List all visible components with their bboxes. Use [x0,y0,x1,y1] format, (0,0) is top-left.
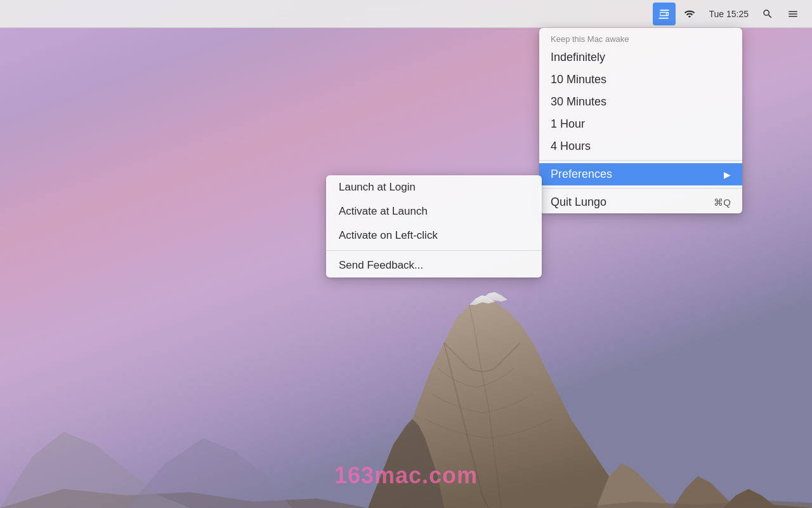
submenu-item-feedback[interactable]: Send Feedback... [326,253,542,277]
submenu-arrow-icon: ▶ [724,170,731,180]
wifi-menubar-icon[interactable] [678,3,701,25]
preferences-submenu: Launch at Login Activate at Launch Activ… [326,175,542,277]
menu-header: Keep this Mac awake [539,28,742,46]
menu-item-preferences[interactable]: Preferences ▶ [539,163,742,185]
menu-separator-1 [539,160,742,161]
lungo-menubar-icon[interactable] [653,3,676,25]
lungo-main-menu: Keep this Mac awake Indefinitely 10 Minu… [539,28,742,213]
menu-item-30-minutes[interactable]: 30 Minutes [539,91,742,113]
menu-item-quit[interactable]: Quit Lungo ⌘Q [539,191,742,213]
watermark: 163mac.com [334,462,478,489]
submenu-item-launch-at-login[interactable]: Launch at Login [326,175,542,199]
menu-item-indefinitely[interactable]: Indefinitely [539,46,742,69]
menu-item-10-minutes[interactable]: 10 Minutes [539,69,742,91]
menu-separator-2 [539,188,742,189]
quit-shortcut: ⌘Q [714,197,731,208]
submenu-item-activate-on-leftclick[interactable]: Activate on Left-click [326,224,542,248]
submenu-item-activate-at-launch[interactable]: Activate at Launch [326,199,542,224]
menu-item-1-hour[interactable]: 1 Hour [539,113,742,135]
menubar-time: Tue 15:25 [704,9,754,19]
search-menubar-icon[interactable] [756,3,779,25]
menubar: Tue 15:25 [0,0,812,28]
list-menubar-icon[interactable] [782,3,804,25]
submenu-separator [326,250,542,251]
menubar-items: Tue 15:25 [653,3,804,25]
menu-item-4-hours[interactable]: 4 Hours [539,135,742,157]
